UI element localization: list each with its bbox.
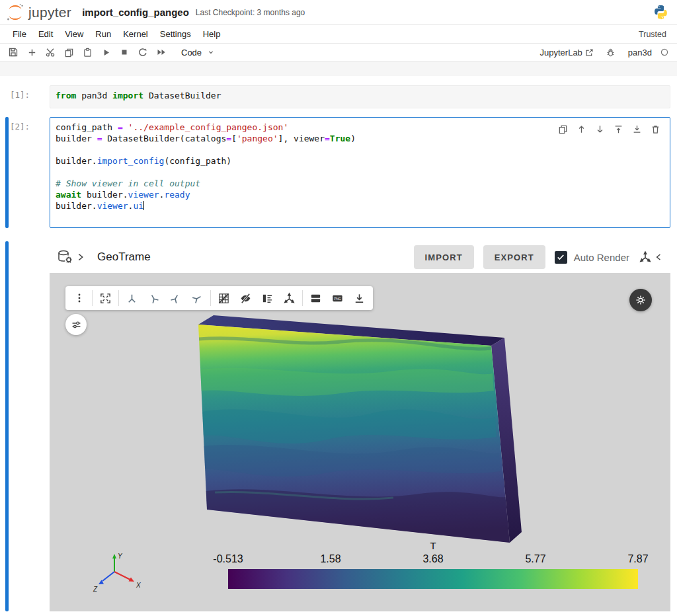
view-preset-2-icon <box>147 292 160 305</box>
viewer-toolbar: PNG <box>65 286 373 310</box>
menu-bar: File Edit View Run Kernel Settings Help … <box>0 25 677 44</box>
auto-render-checkbox[interactable] <box>555 251 567 264</box>
view-preset-2-button[interactable] <box>143 287 165 309</box>
menu-run[interactable]: Run <box>89 26 117 42</box>
view-preset-4-icon <box>191 292 204 305</box>
cell-output: GeoTrame IMPORT EXPORT Auto Render <box>0 241 677 611</box>
download-button[interactable] <box>348 287 370 309</box>
paste-icon <box>83 48 93 58</box>
viewer-menu-button[interactable] <box>68 287 90 309</box>
notebook-title[interactable]: import_config_pangeo <box>82 7 189 18</box>
kernel-name[interactable]: pan3d <box>628 48 652 58</box>
delete-cell-button[interactable] <box>647 122 663 136</box>
grid-off-icon <box>218 292 230 305</box>
input-prompt: [2]: <box>9 117 50 228</box>
import-button[interactable]: IMPORT <box>414 245 474 269</box>
expand-config-button[interactable] <box>75 251 87 263</box>
restart-run-all-button[interactable] <box>152 44 171 60</box>
render-viewport[interactable]: PNG <box>50 273 670 611</box>
render-options-button[interactable] <box>639 250 664 264</box>
menu-edit[interactable]: Edit <box>32 26 59 42</box>
jupyter-notebook-app: jupyter import_config_pangeo Last Checkp… <box>0 0 677 616</box>
toggle-scalar-bar-button[interactable] <box>257 287 278 309</box>
trusted-badge[interactable]: Trusted <box>636 28 669 40</box>
jupyter-logo-icon <box>5 3 25 22</box>
geotrame-header: GeoTrame IMPORT EXPORT Auto Render <box>50 241 670 273</box>
open-in-jupyterlab-link[interactable]: JupyterLab <box>540 48 594 58</box>
visibility-off-icon <box>239 292 252 305</box>
menu-view[interactable]: View <box>59 26 89 42</box>
duplicate-cell-button[interactable] <box>555 122 571 136</box>
axes-icon <box>639 250 652 264</box>
split-view-button[interactable] <box>305 287 327 309</box>
colorbar: T -0.513 1.58 3.68 5.77 7.87 <box>228 569 638 589</box>
svg-text:PNG: PNG <box>334 297 341 300</box>
arrow-up-icon <box>577 124 586 134</box>
checkmark-icon <box>556 252 565 262</box>
toggle-grid-button[interactable] <box>213 287 235 309</box>
view-preset-3-icon <box>169 292 182 305</box>
duplicate-icon <box>558 124 568 134</box>
paste-cell-button[interactable] <box>78 44 97 60</box>
export-png-button[interactable]: PNG <box>327 287 348 309</box>
jupyterlab-label: JupyterLab <box>540 48 582 58</box>
database-gear-icon <box>56 249 73 266</box>
add-cell-button[interactable] <box>22 44 41 60</box>
debugger-button[interactable] <box>602 44 620 60</box>
dataset-config-button[interactable] <box>56 249 73 266</box>
restart-kernel-button[interactable] <box>134 44 152 60</box>
menu-help[interactable]: Help <box>197 26 227 42</box>
output-collapser[interactable] <box>5 241 9 611</box>
toggle-axes-button[interactable] <box>278 287 300 309</box>
auto-render-label: Auto Render <box>574 252 629 263</box>
menu-settings[interactable]: Settings <box>154 26 197 42</box>
notebook: [1]: from pan3d import DatasetBuilder [2… <box>0 76 677 611</box>
geotrame-widget: GeoTrame IMPORT EXPORT Auto Render <box>50 241 670 611</box>
menu-file[interactable]: File <box>7 26 32 42</box>
save-icon <box>8 47 19 58</box>
view-preset-1-button[interactable] <box>121 287 143 309</box>
move-cell-down-button[interactable] <box>592 122 608 136</box>
svg-text:X: X <box>136 582 141 589</box>
chevron-right-icon <box>75 251 87 263</box>
arrow-down-icon <box>595 124 605 134</box>
toggle-visibility-button[interactable] <box>235 287 257 309</box>
code-cell-1: [1]: from pan3d import DatasetBuilder <box>0 85 677 108</box>
export-button[interactable]: EXPORT <box>483 245 545 269</box>
code-cell-2: [2]: <box>0 117 677 228</box>
python-logo-icon <box>653 4 669 20</box>
move-cell-up-button[interactable] <box>573 122 589 136</box>
axes-icon <box>283 292 296 305</box>
render-settings-button[interactable] <box>629 289 652 311</box>
colorbar-gradient <box>228 569 638 589</box>
svg-text:Y: Y <box>118 553 123 560</box>
input-prompt: [1]: <box>9 85 50 108</box>
colorbar-tick: 3.68 <box>422 553 443 565</box>
code-editor[interactable]: from pan3d import DatasetBuilder <box>50 86 670 108</box>
cell-toolbar <box>553 120 664 137</box>
view-preset-3-button[interactable] <box>165 287 186 309</box>
insert-cell-below-button[interactable] <box>629 122 645 136</box>
png-export-icon: PNG <box>331 292 344 305</box>
cell-type-dropdown[interactable]: Code <box>177 46 219 59</box>
data-controls-button[interactable] <box>65 314 87 335</box>
bug-icon <box>606 48 616 58</box>
copy-cell-button[interactable] <box>60 44 78 60</box>
chevron-left-icon <box>653 252 664 262</box>
zoom-fit-icon <box>99 292 112 305</box>
insert-above-icon <box>614 124 623 134</box>
orientation-axes-widget: Y X Z <box>89 552 145 598</box>
view-preset-4-button[interactable] <box>186 287 208 309</box>
run-cell-button[interactable] <box>97 44 115 60</box>
insert-cell-above-button[interactable] <box>610 122 626 136</box>
download-icon <box>353 292 366 305</box>
jupyter-logo[interactable]: jupyter <box>5 3 71 22</box>
reset-camera-button[interactable] <box>95 287 116 309</box>
save-button[interactable] <box>4 44 22 60</box>
interrupt-kernel-button[interactable] <box>115 44 134 60</box>
menu-kernel[interactable]: Kernel <box>117 26 154 42</box>
colorbar-title: T <box>430 540 436 551</box>
run-icon <box>101 48 111 58</box>
cut-cell-button[interactable] <box>41 44 60 60</box>
chevron-down-icon <box>207 48 215 56</box>
